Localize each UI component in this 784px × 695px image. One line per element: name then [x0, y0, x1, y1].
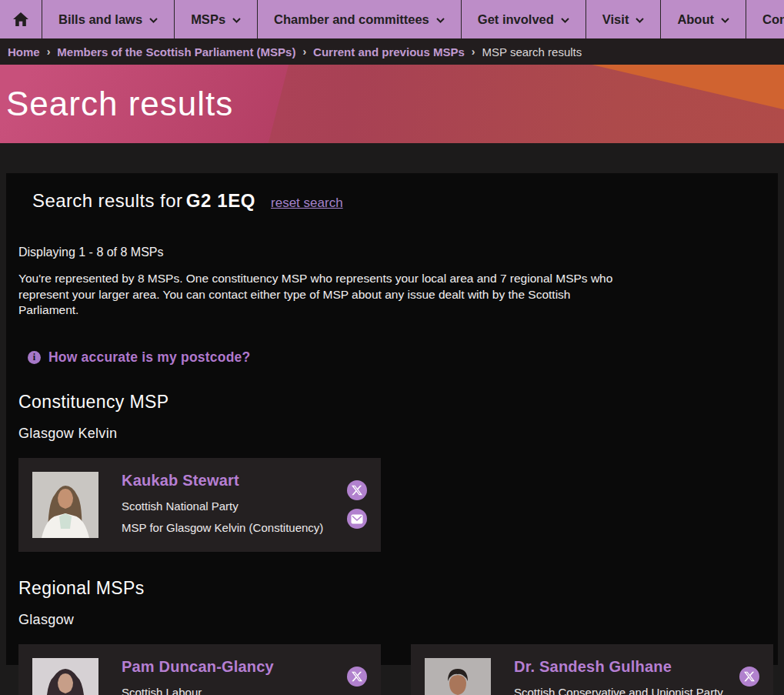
nav-label: Contact	[762, 12, 784, 27]
chevron-down-icon	[721, 18, 729, 23]
info-icon: i	[28, 351, 41, 364]
msp-card-pam-duncan-glancy: Pam Duncan-Glancy Scottish Labour MSP fo…	[18, 644, 381, 695]
breadcrumb-link-home[interactable]: Home	[8, 45, 40, 58]
constituency-area-name: Glasgow Kelvin	[18, 426, 766, 442]
breadcrumb-separator: ›	[472, 45, 475, 58]
twitter-x-button[interactable]	[347, 667, 367, 687]
section-heading-regional: Regional MSPs	[18, 578, 766, 599]
msp-card-text: Dr. Sandesh Gulhane Scottish Conservativ…	[514, 658, 733, 695]
home-icon	[12, 12, 29, 27]
chevron-down-icon	[636, 18, 644, 23]
nav-item-msps[interactable]: MSPs	[175, 0, 258, 38]
msp-social-icons	[739, 658, 759, 695]
msp-card-kaukab-stewart: Kaukab Stewart Scottish National Party M…	[18, 458, 381, 552]
msp-card-sandesh-gulhane: Dr. Sandesh Gulhane Scottish Conservativ…	[411, 644, 773, 695]
chevron-down-icon	[436, 18, 445, 23]
nav-item-about[interactable]: About	[661, 0, 746, 38]
msp-name-link[interactable]: Kaukab Stewart	[122, 472, 341, 490]
msp-card-text: Pam Duncan-Glancy Scottish Labour MSP fo…	[122, 658, 341, 695]
x-logo-icon	[744, 671, 755, 682]
chevron-down-icon	[149, 18, 158, 23]
envelope-icon	[351, 514, 363, 524]
msp-social-icons	[347, 658, 367, 695]
msp-photo	[425, 658, 491, 695]
msp-photo	[32, 658, 98, 695]
main-navigation: Bills and laws MSPs Chamber and committe…	[0, 0, 784, 38]
msp-social-icons	[347, 472, 367, 538]
breadcrumb-current-page: MSP search results	[482, 45, 582, 58]
breadcrumb-separator: ›	[302, 45, 306, 58]
nav-item-bills-and-laws[interactable]: Bills and laws	[42, 0, 175, 38]
msp-party: Scottish Conservative and Unionist Party	[514, 685, 733, 695]
nav-item-visit[interactable]: Visit	[586, 0, 662, 38]
msp-name-link[interactable]: Dr. Sandesh Gulhane	[514, 658, 733, 676]
msp-role: MSP for Glasgow Kelvin (Constituency)	[122, 521, 341, 534]
twitter-x-button[interactable]	[347, 480, 367, 500]
nav-label: Visit	[602, 12, 629, 27]
nav-label: Get involved	[478, 12, 554, 27]
results-heading: Search results for G2 1EQ reset search	[18, 190, 766, 212]
section-heading-constituency: Constituency MSP	[18, 392, 766, 413]
results-description: You're represented by 8 MSPs. One consti…	[18, 271, 634, 319]
nav-home-button[interactable]	[0, 0, 42, 38]
nav-item-chamber-and-committees[interactable]: Chamber and committees	[258, 0, 462, 38]
reset-search-link[interactable]: reset search	[271, 195, 343, 211]
regional-msp-cards-row: Pam Duncan-Glancy Scottish Labour MSP fo…	[18, 628, 766, 695]
chevron-down-icon	[561, 18, 569, 23]
nav-item-contact[interactable]: Contact	[746, 0, 784, 38]
regional-area-name: Glasgow	[18, 612, 766, 628]
search-query-postcode: G2 1EQ	[186, 190, 255, 211]
nav-label: About	[677, 12, 714, 27]
email-button[interactable]	[347, 509, 367, 529]
x-logo-icon	[352, 485, 362, 496]
nav-label: Bills and laws	[58, 12, 142, 27]
chevron-down-icon	[232, 18, 241, 23]
breadcrumb: Home › Members of the Scottish Parliamen…	[0, 38, 784, 65]
postcode-accuracy-link[interactable]: How accurate is my postcode?	[48, 349, 250, 366]
msp-card-text: Kaukab Stewart Scottish National Party M…	[122, 472, 341, 538]
nav-label: MSPs	[191, 12, 225, 27]
twitter-x-button[interactable]	[739, 667, 759, 687]
results-count: Displaying 1 - 8 of 8 MSPs	[18, 246, 766, 259]
msp-party: Scottish Labour	[122, 685, 341, 695]
msp-party: Scottish National Party	[122, 499, 341, 514]
msp-photo	[32, 472, 98, 538]
search-results-panel: Search results for G2 1EQ reset search D…	[6, 173, 778, 665]
nav-label: Chamber and committees	[274, 12, 429, 27]
nav-item-get-involved[interactable]: Get involved	[462, 0, 586, 38]
postcode-accuracy-link-row[interactable]: i How accurate is my postcode?	[28, 349, 766, 366]
results-heading-prefix: Search results for	[32, 190, 182, 211]
breadcrumb-separator: ›	[47, 45, 51, 58]
x-logo-icon	[352, 671, 362, 682]
msp-name-link[interactable]: Pam Duncan-Glancy	[122, 658, 341, 676]
page-hero-banner: Search results	[0, 65, 784, 143]
page-title: Search results	[0, 65, 784, 123]
breadcrumb-link-members[interactable]: Members of the Scottish Parliament (MSPs…	[57, 45, 295, 58]
breadcrumb-link-current-previous-msps[interactable]: Current and previous MSPs	[313, 45, 465, 58]
